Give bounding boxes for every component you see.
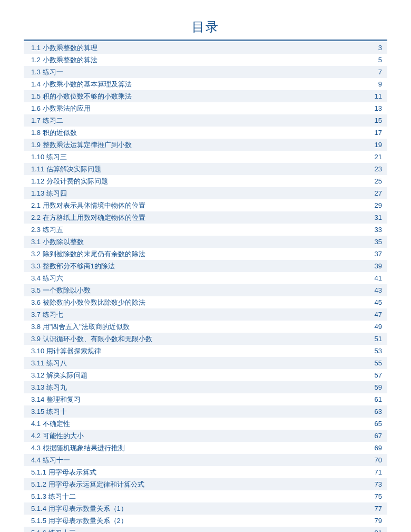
toc-row[interactable]: 3.4 练习六41 [24,272,387,284]
toc-row[interactable]: 1.2 小数乘整数的算法5 [24,54,387,66]
toc-entry-page: 43 [364,285,382,295]
toc-row[interactable]: 1.6 小数乘法的应用13 [24,102,387,114]
toc-row[interactable]: 1.11 估算解决实际问题23 [24,163,387,175]
toc-entry-page: 23 [364,164,382,174]
toc-entry-label: 1.8 积的近似数 [31,128,77,138]
toc-entry-page: 33 [364,225,382,235]
toc-row[interactable]: 3.11 练习八55 [24,357,387,369]
toc-entry-page: 9 [368,79,382,89]
toc-row[interactable]: 3.9 认识循环小数、有限小数和无限小数51 [24,333,387,345]
toc-entry-page: 29 [364,200,382,210]
toc-entry-label: 5.1.4 用字母表示数量关系（1） [31,504,128,514]
toc-entry-label: 3.11 练习八 [31,358,67,368]
toc-row[interactable]: 3.10 用计算器探索规律53 [24,345,387,357]
toc-entry-label: 4.3 根据随机现象结果进行推测 [31,443,125,453]
toc-row[interactable]: 5.1.4 用字母表示数量关系（1）77 [24,502,387,515]
toc-row[interactable]: 1.12 分段计费的实际问题25 [24,175,387,187]
toc-row[interactable]: 3.7 练习七47 [24,308,387,321]
toc-row[interactable]: 1.10 练习三21 [24,151,387,163]
toc-row[interactable]: 3.2 除到被除数的末尾仍有余数的除法37 [24,248,387,260]
toc-entry-page: 59 [364,382,382,392]
toc-entry-label: 5.1.2 用字母表示运算定律和计算公式 [31,479,144,489]
toc-row[interactable]: 1.5 积的小数位数不够的小数乘法11 [24,90,387,102]
toc-entry-page: 5 [368,55,382,65]
toc-entry-page: 63 [364,407,382,417]
toc-entry-label: 1.5 积的小数位数不够的小数乘法 [31,91,132,101]
toc-entry-label: 3.7 练习七 [31,309,63,320]
toc-row[interactable]: 2.2 在方格纸上用数对确定物体的位置31 [24,211,387,224]
toc-row[interactable]: 3.1 小数除以整数35 [24,236,387,248]
toc-entry-label: 5.1.1 用字母表示算式 [31,467,96,477]
toc-row[interactable]: 1.7 练习二15 [24,114,387,127]
toc-entry-page: 65 [364,419,382,429]
toc-entry-label: 4.1 不确定性 [31,419,70,429]
toc-row[interactable]: 3.5 一个数除以小数43 [24,284,387,296]
toc-entry-page: 35 [364,237,382,247]
toc-entry-label: 3.13 练习九 [31,382,67,392]
toc-entry-label: 5.1.3 练习十二 [31,491,76,501]
toc-entry-label: 3.15 练习十 [31,407,67,417]
toc-entry-page: 67 [364,431,382,441]
toc-entry-page: 39 [364,261,382,271]
toc-row[interactable]: 1.13 练习四27 [24,187,387,199]
toc-entry-page: 55 [364,358,382,368]
toc-entry-page: 31 [364,212,382,223]
toc-row[interactable]: 3.13 练习九59 [24,381,387,393]
toc-entry-page: 27 [364,188,382,198]
toc-row[interactable]: 3.12 解决实际问题57 [24,369,387,381]
toc-entry-page: 41 [364,273,382,283]
toc-entry-page: 21 [364,152,382,162]
toc-row[interactable]: 1.1 小数乘整数的算理3 [24,42,387,54]
toc-entry-label: 1.2 小数乘整数的算法 [31,55,97,65]
toc-entry-page: 37 [364,249,382,259]
toc-row[interactable]: 4.1 不确定性65 [24,418,387,430]
toc-entry-page: 7 [368,67,382,77]
toc-row[interactable]: 3.14 整理和复习61 [24,393,387,405]
toc-row[interactable]: 2.1 用数对表示具体情境中物体的位置29 [24,199,387,211]
toc-entry-label: 1.7 练习二 [31,115,63,125]
toc-row[interactable]: 3.6 被除数的小数位数比除数少的除法45 [24,296,387,308]
toc-row[interactable]: 5.1.6 练习十三81 [24,527,387,532]
toc-entry-label: 3.8 用"四舍五入"法取商的近似数 [31,322,130,332]
toc-entry-page: 11 [364,91,382,101]
page-title: 目录 [24,18,387,41]
toc-entry-label: 3.5 一个数除以小数 [31,285,91,295]
toc-entry-page: 13 [364,103,382,113]
toc-entry-label: 1.11 估算解决实际问题 [31,164,101,174]
toc-row[interactable]: 4.4 练习十一70 [24,454,387,466]
toc-row[interactable]: 4.2 可能性的大小67 [24,430,387,442]
toc-entry-label: 1.10 练习三 [31,152,67,162]
toc-entry-page: 71 [364,467,382,477]
toc-row[interactable]: 3.3 整数部分不够商1的除法39 [24,260,387,272]
toc-entry-page: 53 [364,346,382,356]
toc-row[interactable]: 5.1.2 用字母表示运算定律和计算公式73 [24,478,387,490]
toc-entry-label: 2.1 用数对表示具体情境中物体的位置 [31,200,145,210]
toc-entry-page: 15 [364,115,382,125]
toc-entry-page: 61 [364,394,382,404]
toc-entry-page: 3 [368,43,382,53]
toc-entry-label: 3.4 练习六 [31,273,63,283]
toc-entry-page: 57 [364,370,382,380]
toc-row[interactable]: 4.3 根据随机现象结果进行推测69 [24,442,387,454]
toc-entry-page: 51 [364,334,382,344]
toc-row[interactable]: 5.1.1 用字母表示算式71 [24,466,387,478]
toc-row[interactable]: 5.1.3 练习十二75 [24,490,387,502]
toc-entry-page: 47 [364,309,382,320]
toc-entry-label: 3.14 整理和复习 [31,394,81,404]
toc-entry-page: 73 [364,479,382,489]
toc-row[interactable]: 3.15 练习十63 [24,405,387,418]
toc-row[interactable]: 2.3 练习五33 [24,224,387,236]
toc-entry-label: 1.12 分段计费的实际问题 [31,176,108,186]
toc-entry-label: 3.3 整数部分不够商1的除法 [31,261,115,271]
toc-entry-page: 45 [364,297,382,307]
toc-entry-label: 3.1 小数除以整数 [31,237,84,247]
toc-list: 1.1 小数乘整数的算理31.2 小数乘整数的算法51.3 练习一71.4 小数… [24,42,387,532]
toc-entry-label: 5.1.6 练习十三 [31,528,76,532]
toc-row[interactable]: 1.3 练习一7 [24,66,387,78]
toc-row[interactable]: 1.9 整数乘法运算定律推广到小数19 [24,139,387,151]
toc-row[interactable]: 5.1.5 用字母表示数量关系（2）79 [24,515,387,527]
toc-entry-page: 69 [364,443,382,453]
toc-row[interactable]: 1.4 小数乘小数的基本算理及算法9 [24,78,387,90]
toc-row[interactable]: 1.8 积的近似数17 [24,127,387,139]
toc-row[interactable]: 3.8 用"四舍五入"法取商的近似数49 [24,321,387,333]
